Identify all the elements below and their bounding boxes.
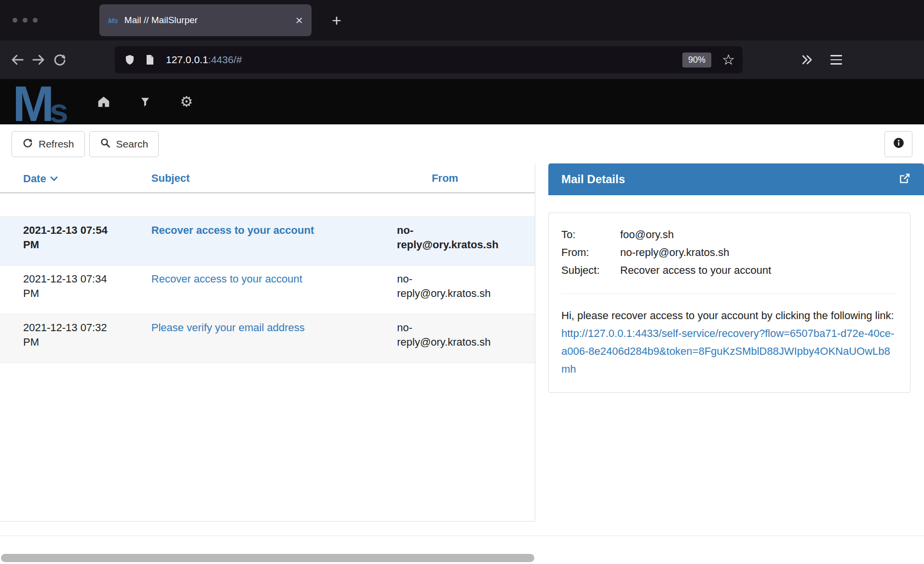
mail-row-subject: Recover access to your account [130,272,397,314]
browser-tab-strip: Ms Mail // MailSlurper × + [0,0,924,40]
info-icon [893,137,905,151]
zoom-level-badge[interactable]: 90% [682,53,711,67]
mail-list-panel: Date Subject From 2021-12-13 07:54 PM Re… [0,163,535,522]
url-bar[interactable]: 127.0.0.1:4436/# 90% ☆ [115,46,743,73]
action-bar: Refresh Search [0,124,924,163]
search-button-label: Search [116,138,149,150]
column-header-subject[interactable]: Subject [130,172,397,192]
mail-body-text: Hi, please recover access to your accoun… [561,309,894,322]
mail-details-header: Mail Details [548,163,924,195]
mail-body: Hi, please recover access to your accoun… [561,307,897,378]
from-value: no-reply@ory.kratos.sh [620,243,897,261]
hamburger-menu-icon[interactable] [826,49,847,70]
logo-letter-m: M [13,83,52,124]
info-button[interactable] [884,131,912,157]
column-header-from[interactable]: From [397,172,535,192]
refresh-button-label: Refresh [39,138,74,150]
url-host: 127.0.0.1 [166,54,208,65]
detail-row-to: To: foo@ory.sh [561,226,897,243]
filter-icon[interactable] [137,94,153,110]
search-button[interactable]: Search [89,131,159,157]
refresh-icon [22,137,33,151]
mail-row[interactable]: 2021-12-13 07:32 PM Please verify your e… [0,314,535,363]
bottom-divider [0,536,924,536]
window-control-dot[interactable] [23,18,27,23]
window-control-dot[interactable] [33,18,38,23]
mail-row-from: no-reply@ory.kratos.sh [397,223,535,265]
tab-favicon-icon: Ms [108,16,118,25]
mail-details-title: Mail Details [561,173,898,186]
mail-row-subject: Please verify your email address [130,321,397,363]
window-control-dot[interactable] [13,18,17,23]
search-icon [100,137,111,151]
overflow-chevrons-icon[interactable] [796,49,817,70]
new-tab-button[interactable]: + [332,12,341,28]
url-text: 127.0.0.1:4436/# [166,54,242,66]
detail-row-subject: Subject: Recover access to your account [561,261,897,279]
column-header-date[interactable]: Date [0,172,130,192]
browser-navbar: 127.0.0.1:4436/# 90% ☆ [0,40,924,79]
detail-row-from: From: no-reply@ory.kratos.sh [561,243,897,261]
mail-rows: 2021-12-13 07:54 PM Recover access to yo… [0,216,535,363]
main-content: Date Subject From 2021-12-13 07:54 PM Re… [0,163,924,522]
mail-row-date: 2021-12-13 07:32 PM [0,321,130,363]
shield-icon[interactable] [122,53,137,67]
mail-row[interactable]: 2021-12-13 07:34 PM Recover access to yo… [0,266,535,314]
mail-list-header: Date Subject From [0,163,535,193]
mail-row-from: no-reply@ory.kratos.sh [397,321,535,363]
mailslurper-logo: M s [13,79,68,124]
subject-label: Subject: [561,261,620,279]
sort-descending-icon [50,172,58,185]
mail-row[interactable]: 2021-12-13 07:54 PM Recover access to yo… [0,217,535,266]
open-external-icon[interactable] [898,172,911,187]
bookmark-star-icon[interactable]: ☆ [722,53,735,67]
tab-close-icon[interactable]: × [296,14,303,27]
mail-subject-link[interactable]: Recover access to your account [151,273,302,285]
from-label: From: [561,243,620,261]
mail-details-panel: Mail Details To: foo@ory.sh From: no-rep… [548,163,924,522]
header-icons: ⚙ [95,94,195,110]
mail-subject-link[interactable]: Recover access to your account [151,224,314,236]
card-divider [561,294,897,294]
back-button[interactable] [7,49,28,70]
horizontal-scrollbar-thumb[interactable] [1,554,534,562]
page: Ms Mail // MailSlurper × + 127.0.0.1:443… [0,0,924,564]
window-controls[interactable] [13,18,38,23]
reload-button[interactable] [49,49,70,70]
forward-button[interactable] [28,49,49,70]
mail-row-date: 2021-12-13 07:34 PM [0,272,130,314]
to-label: To: [561,226,620,243]
url-port-path: :4436/# [208,54,242,65]
mail-row-subject: Recover access to your account [130,223,397,265]
to-value: foo@ory.sh [620,226,897,243]
page-info-icon[interactable] [143,53,157,67]
tab-title: Mail // MailSlurper [124,15,291,26]
mail-row-date: 2021-12-13 07:54 PM [0,223,130,265]
mail-subject-link[interactable]: Please verify your email address [151,322,305,334]
mail-details-card: To: foo@ory.sh From: no-reply@ory.kratos… [548,213,910,393]
recovery-link[interactable]: http://127.0.0.1:4433/self-service/recov… [561,327,894,375]
home-icon[interactable] [95,94,112,110]
subject-value: Recover access to your account [620,261,897,279]
settings-gear-icon[interactable]: ⚙ [178,94,195,110]
refresh-button[interactable]: Refresh [12,131,85,157]
mail-row-from: no-reply@ory.kratos.sh [397,272,535,314]
logo-letter-s: s [50,98,68,124]
mailslurper-header: M s ⚙ [0,79,924,124]
browser-tab[interactable]: Ms Mail // MailSlurper × [99,4,312,36]
